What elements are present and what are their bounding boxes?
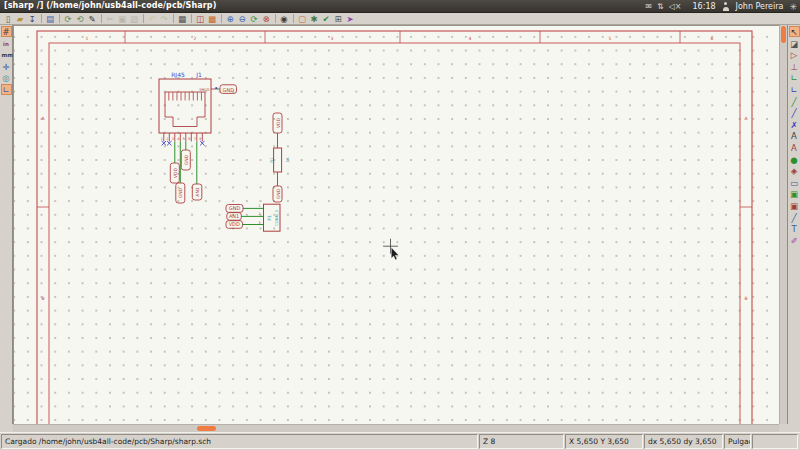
open-schematic-button[interactable]: ▰ — [15, 13, 26, 24]
place-power-port-button[interactable]: ⊥ — [789, 61, 800, 72]
svg-text:J1: J1 — [195, 71, 202, 79]
global-label-button[interactable]: A — [789, 142, 800, 153]
svg-text:1K: 1K — [285, 157, 290, 163]
status-zoom: Z 8 — [479, 434, 564, 449]
erc-button[interactable]: ✔ — [321, 13, 332, 24]
grid-toggle-button[interactable]: # — [1, 26, 12, 37]
svg-text:6: 6 — [711, 36, 714, 41]
svg-text:B: B — [744, 296, 747, 301]
indicator-icons: ✉⇅◁× — [645, 0, 686, 13]
place-component-button[interactable]: ▷ — [789, 49, 800, 60]
hierarchical-sheet-button[interactable]: ▭ — [789, 177, 800, 188]
redraw-view-button[interactable]: ⟳ — [249, 13, 260, 24]
svg-text:GND: GND — [184, 154, 189, 165]
cut-button[interactable]: ✂ — [105, 13, 116, 24]
svg-text:5: 5 — [609, 36, 612, 41]
cursor-tool-button[interactable]: ↖ — [789, 26, 800, 37]
print-button[interactable]: ▦ — [177, 13, 188, 24]
run-cvpcb-button[interactable]: ◫ — [195, 13, 206, 24]
svg-text:5: 5 — [183, 137, 185, 141]
sensor-connector-p1[interactable]: GNDAN1VDD123P1CONN_3 — [226, 204, 280, 231]
toolbar-separator — [275, 14, 276, 23]
redo-button[interactable]: ↷ — [159, 13, 170, 24]
units-mm-button[interactable]: mm — [1, 49, 12, 60]
svg-text:2: 2 — [166, 137, 168, 141]
schematic-drawing[interactable]: 123456AABBRJ45J1SHLDGND12345678VDDGNDGND… — [13, 25, 779, 424]
svg-text:1: 1 — [86, 36, 89, 41]
status-units: Pulgac — [724, 434, 751, 449]
paste-button[interactable]: ▨ — [129, 13, 140, 24]
svg-text:AN1: AN1 — [195, 187, 200, 196]
new-schematic-button[interactable]: ▯ — [3, 13, 14, 24]
place-sheet-pin-button[interactable]: ▣ — [789, 200, 800, 211]
mouse-pointer — [383, 239, 399, 260]
library-browser-button[interactable]: ⟲ — [75, 13, 86, 24]
netlist-button[interactable]: ▢ — [297, 13, 308, 24]
mail-indicator-icon[interactable]: ✉ — [645, 2, 652, 11]
delete-tool-button[interactable]: ✐ — [789, 235, 800, 246]
wire-to-bus-entry-button[interactable]: ╱ — [789, 96, 800, 107]
zoom-in-button[interactable]: ⊕ — [225, 13, 236, 24]
toolbar-separator — [221, 14, 222, 23]
zoom-out-button[interactable]: ⊖ — [237, 13, 248, 24]
vertical-scrollbar-thumb[interactable] — [781, 26, 786, 43]
page-settings-button[interactable]: ▤ — [45, 13, 56, 24]
junction-button[interactable]: ● — [789, 154, 800, 165]
bus-to-bus-entry-button[interactable]: ╱ — [789, 107, 800, 118]
annotate-button[interactable]: ✱ — [309, 13, 320, 24]
zoom-fit-button[interactable]: ⊗ — [261, 13, 272, 24]
svg-text:GND: GND — [229, 205, 241, 211]
place-text-button[interactable]: T — [789, 223, 800, 234]
copy-button[interactable]: ▣ — [117, 13, 128, 24]
svg-text:AN1: AN1 — [229, 213, 239, 219]
vertical-scrollbar[interactable] — [779, 25, 787, 424]
eeschema-window: [sharp /] (/home/john/usb4all-code/pcb/S… — [0, 0, 800, 450]
library-editor-button[interactable]: ⟳ — [63, 13, 74, 24]
find-button[interactable]: ◉ — [279, 13, 290, 24]
hierarchy-navigator-button[interactable]: ✎ — [87, 13, 98, 24]
status-extra — [752, 434, 798, 449]
save-schematic-button[interactable]: ↧ — [27, 13, 38, 24]
backannotate-button[interactable]: ➤ — [345, 13, 356, 24]
import-sheet-pin-button[interactable]: ▣ — [789, 188, 800, 199]
sheet-frame: 123456AABB — [37, 31, 752, 424]
svg-text:3: 3 — [331, 36, 334, 41]
cursor-shape-button[interactable]: ✛ — [1, 61, 12, 72]
svg-text:VDD: VDD — [276, 117, 281, 128]
user-icon — [722, 2, 730, 11]
svg-text:2: 2 — [194, 36, 197, 41]
svg-text:4: 4 — [469, 36, 472, 41]
network-indicator-icon[interactable]: ⇅ — [657, 2, 664, 11]
undo-button[interactable]: ↶ — [147, 13, 158, 24]
hierarchical-label-button[interactable]: ◈ — [789, 165, 800, 176]
units-inches-button[interactable]: in — [1, 38, 12, 49]
window-title: [sharp /] (/home/john/usb4all-code/pcb/S… — [4, 0, 216, 12]
horizontal-scrollbar-thumb[interactable] — [197, 426, 216, 431]
volume-muted-icon[interactable]: ◁× — [669, 2, 682, 11]
user-menu[interactable]: John Pereira — [736, 1, 784, 13]
svg-text:1: 1 — [161, 137, 163, 141]
horizontal-scrollbar[interactable] — [13, 424, 779, 432]
session-gear-icon[interactable]: ✳ — [789, 1, 797, 13]
titlebar[interactable]: [sharp /] (/home/john/usb4all-code/pcb/S… — [0, 0, 800, 13]
svg-text:P1: P1 — [267, 215, 272, 221]
hv-orientation-button[interactable]: ∟ — [1, 84, 12, 95]
place-bus-button[interactable]: ∟ — [789, 84, 800, 95]
net-label-button[interactable]: A — [789, 130, 800, 141]
svg-text:8: 8 — [199, 137, 201, 141]
rj45-connector-j1[interactable]: RJ45J1SHLDGND12345678VDDGNDGNDAN1 — [159, 71, 237, 204]
pullup-resistor-r1[interactable]: VDDR11KGND — [269, 113, 291, 202]
svg-text:2: 2 — [258, 212, 260, 216]
place-wire-button[interactable]: ∟ — [789, 72, 800, 83]
options-toolbar: #inmm✛◎∟ — [0, 25, 13, 432]
hidden-pins-button[interactable]: ◎ — [1, 72, 12, 83]
run-pcbnew-button[interactable]: ▩ — [207, 13, 218, 24]
clock[interactable]: 16:18 — [693, 1, 716, 13]
hierarchy-tool-button[interactable]: ◪ — [789, 38, 800, 49]
no-connect-button[interactable]: ✗ — [789, 119, 800, 130]
schematic-canvas[interactable]: 123456AABBRJ45J1SHLDGND12345678VDDGNDGND… — [13, 25, 779, 424]
graphic-line-button[interactable]: ╱ — [789, 212, 800, 223]
status-message: Cargado /home/john/usb4all-code/pcb/Shar… — [1, 434, 478, 449]
bom-button[interactable]: ⊞ — [333, 13, 344, 24]
svg-text:GND: GND — [276, 188, 281, 199]
